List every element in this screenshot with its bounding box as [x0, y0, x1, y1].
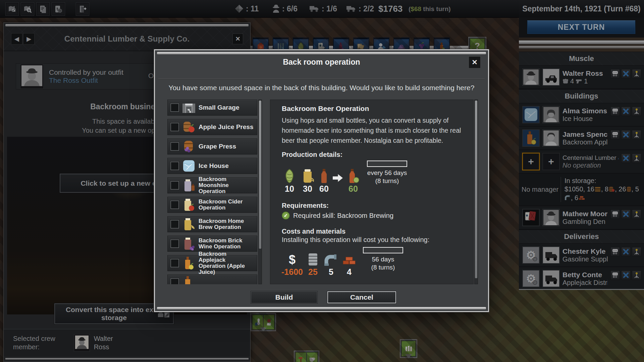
cycle-progress-bar: [367, 161, 407, 167]
input-home-brew: 30: [300, 169, 315, 193]
checkbox[interactable]: [170, 259, 179, 267]
cost-qty: 5: [329, 267, 333, 276]
small-bottle-icon: [320, 169, 328, 183]
input-qty: 10: [285, 184, 294, 193]
cider-icon: [182, 197, 196, 212]
beer-bottle-icon: [347, 169, 360, 183]
cost-qty: 25: [308, 267, 318, 276]
cost-time-2: (8 turns): [371, 263, 395, 272]
check-icon: ✓: [282, 212, 290, 220]
check-glyph: ✓: [284, 213, 288, 219]
home-brew-icon: [182, 217, 196, 232]
moonshine-icon: [182, 178, 196, 193]
operation-option-applejack[interactable]: Backroom Applejack Operation (Apple Juic…: [167, 255, 257, 271]
cost-qty: -1600: [281, 267, 303, 276]
list-scrollbar[interactable]: [258, 100, 262, 284]
option-label: Backroom Brick Wine Operation: [199, 238, 252, 250]
costs-heading: Costs and materials: [282, 228, 462, 235]
input-hops: 10: [282, 169, 297, 193]
operation-option-grape-press[interactable]: Grape Press: [167, 138, 257, 155]
operation-option-brick-wine[interactable]: Backroom Brick Wine Operation: [167, 236, 257, 252]
requirements-heading: Requirements:: [282, 202, 462, 209]
cost-progress-bar: [363, 247, 403, 253]
cost-time: 56 days (8 turns): [363, 247, 403, 272]
close-icon: ✕: [472, 58, 478, 66]
checkbox[interactable]: [170, 123, 179, 131]
cost-time-1: 56 days: [372, 255, 394, 263]
production-arrow-icon: [333, 174, 343, 182]
production-heading: Production details:: [282, 151, 462, 159]
checkbox[interactable]: [170, 278, 179, 284]
checkbox[interactable]: [170, 181, 179, 190]
applejack-icon: [182, 256, 196, 270]
detail-title: Backroom Beer Operation: [282, 105, 462, 113]
option-label: Backroom Applejack Operation (Apple Juic…: [199, 251, 252, 275]
operation-option-ice-house[interactable]: Ice House: [167, 158, 257, 174]
modal-title: Back room operation: [155, 58, 488, 67]
requirement-line: ✓ Required skill: Backroom Brewing: [282, 212, 462, 220]
option-label: Grape Press: [199, 143, 236, 150]
cycle-text-1: every 56 days: [367, 169, 407, 177]
ice-house-icon: [182, 159, 196, 173]
production-row: 10 30 60 60 every 56 days: [282, 161, 462, 193]
output-beer: 60: [345, 169, 361, 193]
dollar-icon: $: [289, 253, 296, 266]
checkbox[interactable]: [170, 142, 179, 151]
operation-option-partial[interactable]: [167, 275, 257, 284]
checkbox[interactable]: [170, 239, 179, 248]
operation-detail-panel: Backroom Beer Operation Using hops and s…: [270, 100, 474, 284]
brew-jar-icon: [301, 169, 314, 183]
checkbox[interactable]: [170, 200, 179, 209]
pipe-icon: [324, 252, 338, 266]
option-label: Backroom Moonshine Operation: [199, 176, 249, 194]
detail-description: Using hops and small bottles, you can co…: [282, 115, 468, 145]
modal-message: You have some unused space in the back o…: [155, 84, 488, 92]
cost-cash: $ -1600: [282, 253, 303, 276]
bricks-icon: [342, 252, 356, 266]
list-scrollbar-thumb[interactable]: [259, 101, 261, 249]
brick-wine-icon: [182, 236, 196, 251]
operation-list: Small Garage Apple Juice Press Grape Pre…: [167, 100, 257, 284]
checkbox[interactable]: [170, 103, 179, 112]
option-label: Ice House: [199, 163, 229, 169]
option-label: Backroom Home Brew Operation: [199, 218, 252, 230]
cost-pipe: 5: [323, 252, 339, 276]
checkbox[interactable]: [170, 162, 179, 170]
input-qty: 30: [303, 184, 312, 193]
small-garage-icon: [182, 100, 196, 115]
cost-qty: 4: [347, 267, 352, 276]
operation-option-moonshine[interactable]: Backroom Moonshine Operation: [167, 177, 257, 193]
grape-press-icon: [182, 139, 196, 154]
operation-option-home-brew[interactable]: Backroom Home Brew Operation: [167, 216, 257, 232]
option-label: Backroom Cider Operation: [199, 199, 249, 211]
detail-scrollbar[interactable]: [474, 100, 478, 284]
cancel-button[interactable]: Cancel: [327, 291, 396, 303]
hops-icon: [283, 169, 296, 183]
requirement-text: Required skill: Backroom Brewing: [293, 212, 393, 220]
modal-top-rail: [157, 52, 486, 54]
operation-option-apple-juice-press[interactable]: Apple Juice Press: [167, 119, 257, 135]
metal-barrel-icon: [307, 252, 319, 266]
operation-option-cider[interactable]: Backroom Cider Operation: [167, 197, 257, 213]
cycle-text-2: (8 turns): [375, 177, 399, 185]
option-label: Small Garage: [199, 104, 239, 111]
detail-scrollbar-thumb[interactable]: [475, 101, 477, 278]
cost-bricks: 4: [341, 252, 357, 276]
option-label: Apple Juice Press: [199, 124, 254, 130]
backroom-operation-modal: Back room operation ✕ You have some unus…: [154, 49, 489, 312]
cost-metal-barrel: 25: [305, 252, 321, 276]
modal-close-button[interactable]: ✕: [469, 56, 481, 68]
input-qty: 60: [319, 184, 329, 193]
bottle-icon: [182, 275, 196, 284]
game-screen: ?: [0, 0, 644, 362]
build-button[interactable]: Build: [251, 291, 317, 303]
modal-bottom-rail: [157, 307, 486, 309]
output-qty: 60: [348, 184, 358, 193]
input-small-bottle: 60: [318, 169, 330, 193]
checkbox[interactable]: [170, 220, 179, 229]
operation-option-small-garage[interactable]: Small Garage: [167, 100, 257, 116]
modal-divider: [158, 78, 485, 79]
apple-juice-press-icon: [182, 120, 196, 134]
costs-line: Installing this operation will cost you …: [282, 236, 462, 244]
costs-row: $ -1600 25 5 4 56 days (: [282, 247, 462, 276]
